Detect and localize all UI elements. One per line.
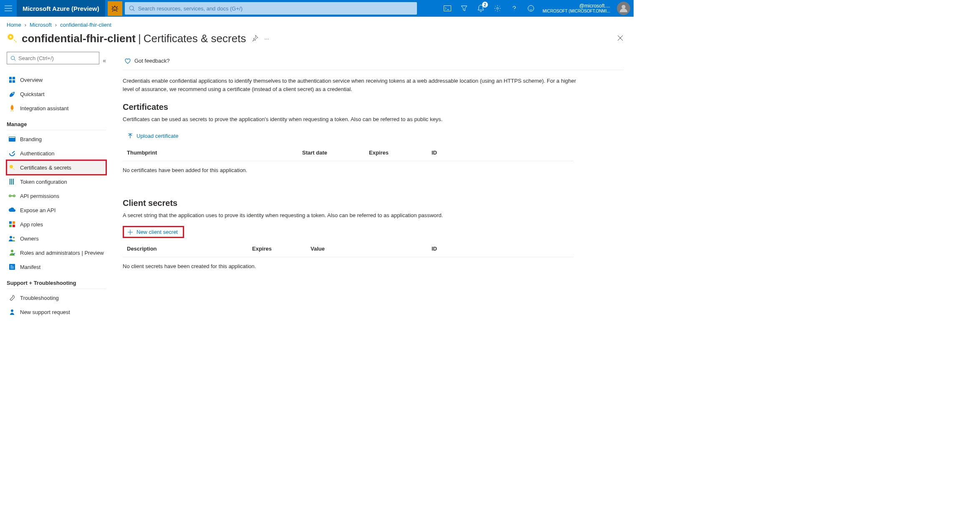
close-button[interactable]: [617, 35, 627, 43]
global-search[interactable]: [125, 2, 417, 15]
nav-certificates-secrets[interactable]: Certificates & secrets: [7, 160, 106, 175]
pin-button[interactable]: [252, 35, 258, 43]
nav-app-roles[interactable]: App roles: [7, 217, 106, 231]
svg-point-26: [10, 236, 12, 238]
global-search-input[interactable]: [138, 5, 413, 12]
nav-integration[interactable]: Integration assistant: [7, 101, 106, 115]
svg-rect-24: [9, 225, 12, 227]
wrench-icon: [9, 295, 15, 301]
nav-label: New support request: [20, 309, 70, 315]
breadcrumb: Home › Microsoft › confidential-fhir-cli…: [7, 22, 627, 28]
nav-expose-api[interactable]: Expose an API: [7, 203, 106, 217]
pin-icon: [252, 35, 258, 41]
svg-point-1: [129, 6, 134, 10]
sidebar-search[interactable]: [7, 52, 99, 64]
secrets-desc: A secret string that the application use…: [123, 212, 573, 218]
feedback-button[interactable]: [523, 0, 539, 17]
breadcrumb-parent[interactable]: Microsoft: [30, 22, 52, 28]
certificates-table-header: Thumbprint Start date Expires ID: [123, 144, 573, 161]
cloud-shell-icon: [444, 5, 451, 11]
svg-point-30: [11, 309, 13, 312]
nav-label: Branding: [20, 136, 42, 142]
svg-rect-10: [13, 77, 15, 79]
upload-label: Upload certificate: [136, 133, 178, 139]
nav-header-manage: Manage: [7, 121, 106, 127]
page-title: confidential-fhir-client | Certificates …: [22, 32, 246, 45]
svg-rect-15: [9, 137, 15, 138]
settings-button[interactable]: [489, 0, 506, 17]
certificates-empty: No certificates have been added for this…: [123, 161, 573, 185]
sidebar: « Overview Quickstart Integration assist…: [0, 52, 113, 336]
upload-certificate-button[interactable]: Upload certificate: [123, 130, 183, 142]
support-icon: [9, 309, 15, 315]
secrets-empty: No client secrets have been created for …: [123, 257, 573, 281]
nav-token-config[interactable]: Token configuration: [7, 175, 106, 189]
secrets-section: Client secrets A secret string that the …: [123, 198, 573, 281]
smile-icon: [528, 5, 534, 12]
new-client-secret-button[interactable]: New client secret: [123, 226, 184, 238]
nav-header-support: Support + Troubleshooting: [7, 280, 106, 286]
account-directory: MICROSOFT (MICROSOFT.ONMI...: [543, 9, 610, 14]
nav-label: Overview: [20, 77, 43, 83]
breadcrumb-home[interactable]: Home: [7, 22, 21, 28]
nav-roles-admins[interactable]: Roles and administrators | Preview: [7, 246, 106, 260]
feedback-label: Got feedback?: [134, 58, 170, 64]
account-info[interactable]: @microsoft.... MICROSOFT (MICROSOFT.ONMI…: [539, 3, 614, 14]
svg-point-4: [528, 5, 534, 11]
bug-icon-button[interactable]: [108, 1, 122, 16]
svg-rect-19: [13, 179, 14, 185]
certificates-heading: Certificates: [123, 102, 573, 112]
product-name[interactable]: Microsoft Azure (Preview): [17, 0, 105, 17]
menu-button[interactable]: [0, 0, 17, 17]
rocket-icon: [9, 105, 15, 112]
key-icon: [9, 165, 15, 170]
avatar-icon: [619, 4, 628, 13]
svg-rect-11: [9, 80, 12, 83]
filter-icon: [461, 5, 467, 12]
notifications-badge: 2: [482, 2, 488, 8]
secrets-heading: Client secrets: [123, 198, 573, 208]
nav-label: App roles: [20, 221, 43, 228]
cloud-shell-button[interactable]: [439, 0, 456, 17]
intro-text: Credentials enable confidential applicat…: [123, 77, 582, 93]
sidebar-collapse-button[interactable]: «: [103, 57, 106, 64]
nav-label: Integration assistant: [20, 105, 68, 112]
nav-api-permissions[interactable]: API permissions: [7, 189, 106, 203]
nav-troubleshooting[interactable]: Troubleshooting: [7, 291, 106, 305]
directory-filter-button[interactable]: [456, 0, 472, 17]
new-secret-label: New client secret: [136, 229, 178, 235]
command-bar: Got feedback?: [123, 52, 624, 70]
col-expires: Expires: [252, 246, 311, 252]
nav-label: Token configuration: [20, 179, 67, 185]
svg-rect-2: [444, 6, 451, 11]
nav-authentication[interactable]: Authentication: [7, 146, 106, 160]
hamburger-icon: [5, 5, 12, 11]
nav-label: Authentication: [20, 150, 54, 157]
nav-manifest[interactable]: Manifest: [7, 260, 106, 274]
nav-owners[interactable]: Owners: [7, 231, 106, 246]
col-expires: Expires: [369, 150, 432, 156]
key-icon: [7, 33, 18, 45]
nav-overview[interactable]: Overview: [7, 73, 106, 87]
more-button[interactable]: ···: [264, 35, 269, 42]
expose-icon: [9, 208, 15, 213]
nav-label: Roles and administrators | Preview: [20, 250, 104, 256]
nav-new-support[interactable]: New support request: [7, 305, 106, 319]
svg-rect-22: [9, 221, 12, 224]
nav-branding[interactable]: Branding: [7, 132, 106, 146]
plus-icon: [127, 229, 133, 235]
token-icon: [9, 179, 15, 185]
account-avatar[interactable]: [617, 2, 630, 15]
feedback-button[interactable]: Got feedback?: [123, 55, 172, 67]
svg-point-5: [621, 5, 625, 9]
nav-quickstart[interactable]: Quickstart: [7, 87, 106, 101]
nav-label: Manifest: [20, 264, 40, 270]
topbar-icons: 2 @microsoft.... MICROSOFT (MICROSOFT.ON…: [439, 0, 634, 17]
help-button[interactable]: [506, 0, 523, 17]
close-icon: [617, 35, 624, 41]
grid-icon: [9, 77, 15, 83]
sidebar-search-input[interactable]: [18, 55, 96, 61]
breadcrumb-current[interactable]: confidential-fhir-client: [60, 22, 111, 28]
notifications-button[interactable]: 2: [472, 0, 489, 17]
search-icon: [10, 56, 16, 61]
